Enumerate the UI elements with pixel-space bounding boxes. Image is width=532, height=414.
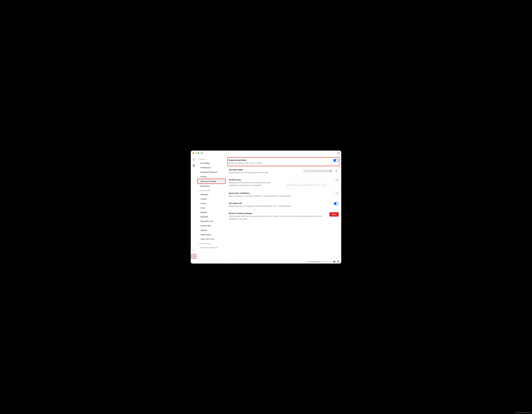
sidebar-item-nvidia-nim[interactable]: NVIDIA NIM [198, 224, 225, 228]
chat-icon[interactable] [192, 158, 196, 161]
sidebar-item-my-models[interactable]: My Models [198, 161, 225, 165]
maximize-window-icon[interactable] [198, 152, 199, 154]
section-header-general: General [197, 157, 226, 161]
sidebar-item-cortex[interactable]: Cortex [198, 201, 225, 206]
code-icon[interactable] [192, 248, 196, 252]
svg-rect-5 [193, 164, 194, 165]
statusbar: System Monitor Jan v0.5.14 [191, 260, 341, 264]
setting-desc: Default location for messages and other … [229, 171, 300, 174]
setting-title: HTTPS Proxy [229, 179, 280, 181]
svg-rect-0 [201, 152, 203, 154]
data-folder-path[interactable]: /Users/emreckartal/Library/App [302, 169, 333, 173]
reset-button[interactable]: Reset [329, 212, 339, 217]
sidebar-item-groq[interactable]: Groq [198, 206, 225, 210]
sidebar-item-keyboard-shortcuts[interactable]: Keyboard Shortcuts [198, 170, 225, 174]
system-monitor-button[interactable]: System Monitor [307, 261, 321, 263]
setting-quick-ask: Jan Quick Ask Enable Quick Ask to be tri… [229, 200, 339, 210]
setting-title: Jan Quick Ask [229, 202, 331, 204]
app-window: General My Models Preferences Keyboard S… [191, 151, 341, 264]
setting-title: Reset To Factory Settings [229, 212, 327, 214]
svg-point-9 [193, 256, 194, 257]
sidebar-item-advanced-settings[interactable]: Advanced Settings [198, 179, 225, 184]
quick-ask-toggle[interactable] [334, 202, 339, 205]
discord-icon[interactable] [333, 260, 335, 263]
sidebar-item-cohere[interactable]: Cohere [198, 197, 225, 201]
github-icon[interactable] [337, 260, 340, 263]
minimize-window-icon[interactable] [195, 152, 197, 154]
experimental-toggle[interactable] [333, 159, 338, 162]
svg-rect-10 [307, 261, 309, 262]
setting-desc: Specify the HTTPS proxy or leave blank (… [229, 181, 280, 187]
sidebar-item-triton-trt-llm[interactable]: Triton-TRT-LLM [198, 237, 225, 241]
setting-title: Ignore SSL Certificates [229, 192, 331, 194]
settings-content: Experimental Mode Enable new features th… [226, 156, 341, 260]
toggle-sidebar-icon[interactable] [201, 152, 203, 154]
edit-path-button[interactable] [334, 168, 339, 173]
version-label: Jan v0.5.14 [323, 261, 331, 263]
setting-desc: Allow self-signed or unverified certific… [229, 195, 331, 197]
close-window-icon[interactable] [192, 152, 194, 154]
watermark: Screenshot by Xnapper.com [515, 412, 531, 413]
setting-experimental-mode: Experimental Mode Enable new features th… [228, 157, 340, 166]
sidebar-item-openai[interactable]: OpenAI [198, 228, 225, 232]
sidebar-item-anthropic[interactable]: Anthropic [198, 192, 225, 197]
setting-ignore-ssl: Ignore SSL Certificates Allow self-signe… [229, 190, 339, 200]
setting-https-proxy: HTTPS Proxy Specify the HTTPS proxy or l… [229, 176, 339, 190]
svg-point-2 [338, 153, 338, 153]
setting-desc: Enable Quick Ask to be triggered via the… [229, 205, 331, 208]
settings-sidebar: General My Models Preferences Keyboard S… [197, 156, 226, 260]
svg-rect-7 [193, 166, 194, 166]
sidebar-item-openrouter[interactable]: OpenRouter [198, 232, 225, 237]
setting-title: Experimental Mode [229, 159, 331, 161]
https-proxy-input[interactable] [285, 183, 339, 187]
grid-icon[interactable] [192, 164, 196, 167]
setting-title: Jan Data Folder [229, 168, 300, 171]
sidebar-item-mistralai[interactable]: MistralAI [198, 215, 225, 219]
titlebar [191, 151, 341, 156]
svg-rect-6 [194, 164, 195, 165]
sidebar-item-tensorrt-llm[interactable]: TensorRT-LLM [198, 219, 225, 224]
svg-rect-8 [194, 166, 195, 166]
https-proxy-toggle[interactable] [334, 179, 339, 181]
svg-point-4 [339, 153, 339, 153]
sidebar-item-preferences[interactable]: Preferences [198, 165, 225, 170]
hotkey-label: ⌘ + J [273, 205, 278, 208]
sidebar-item-martian[interactable]: Martian [198, 210, 225, 215]
monitor-icon [307, 261, 309, 263]
setting-desc: Enable new features that may be unstable… [229, 162, 331, 164]
icon-rail [191, 156, 197, 260]
sidebar-item-privacy[interactable]: Privacy [198, 174, 225, 179]
setting-desc: Restore app to initial state, erasing al… [229, 215, 327, 220]
ignore-ssl-toggle[interactable] [334, 192, 339, 195]
sidebar-item-model-management[interactable]: Model Management [198, 245, 225, 250]
traffic-lights [192, 152, 199, 154]
setting-data-folder: Jan Data Folder Default location for mes… [229, 166, 339, 176]
section-header-model-providers: Model Providers [197, 188, 226, 192]
path-text: /Users/emreckartal/Library/App [304, 170, 329, 172]
sidebar-item-extensions[interactable]: Extensions [198, 184, 225, 188]
palette-icon[interactable] [337, 152, 340, 154]
svg-point-3 [338, 152, 338, 153]
settings-icon[interactable] [192, 255, 196, 258]
setting-reset: Reset To Factory Settings Restore app to… [229, 210, 339, 223]
section-header-core-extensions: Core Extensions [197, 241, 226, 245]
folder-open-icon [330, 170, 332, 172]
